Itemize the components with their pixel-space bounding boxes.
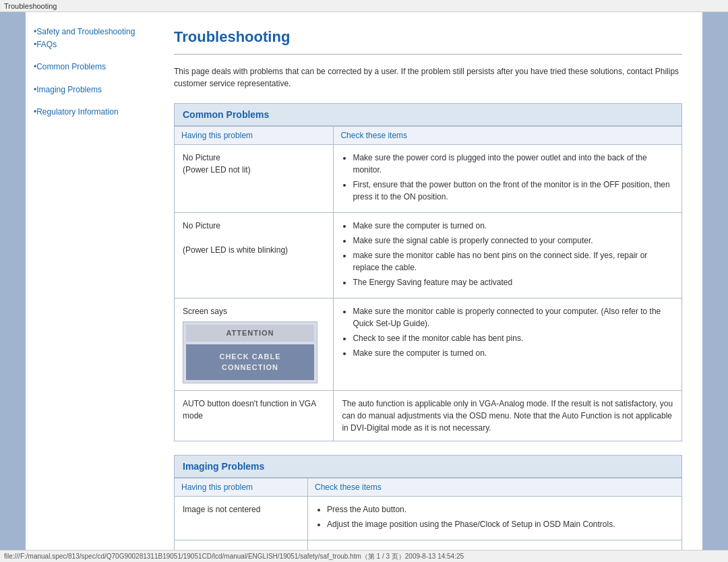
check-cell: Make sure the computer is turned on. Mak…	[334, 213, 682, 299]
list-item: The Energy Saving feature may be activat…	[353, 276, 673, 288]
check-cell: Make sure the power cord is plugged into…	[334, 145, 682, 213]
sidebar-link-common[interactable]: •Common Problems	[34, 61, 146, 73]
imaging-problems-table: Having this problem Check these items Im…	[174, 478, 682, 551]
col-check-header: Check these items	[307, 478, 681, 496]
list-item: Make sure the signal cable is properly c…	[353, 235, 673, 247]
right-panel	[702, 12, 728, 550]
sidebar-section-2: •Common Problems	[34, 61, 146, 73]
left-panel	[0, 12, 26, 550]
attention-body: CHECK CABLE CONNECTION	[186, 344, 314, 380]
table-row: No Picture(Power LED is white blinking) …	[175, 213, 682, 299]
content-area: Troubleshooting This page deals with pro…	[154, 12, 702, 550]
table-row: AUTO button doesn't function in VGA mode…	[175, 390, 682, 441]
sidebar-link-regulatory[interactable]: •Regulatory Information	[34, 106, 146, 119]
list-item: Make sure the computer is turned on.	[353, 220, 673, 232]
problem-cell: Screen says ATTENTION CHECK CABLE CONNEC…	[175, 299, 334, 391]
list-item: Make sure the power cord is plugged into…	[353, 152, 673, 176]
sidebar-section-4: •Regulatory Information	[34, 106, 146, 119]
common-problems-header: Common Problems	[174, 103, 682, 126]
status-bar: file:///F:/manual.spec/813/spec/cd/Q70G9…	[0, 550, 728, 562]
sidebar-section-3: •Imaging Problems	[34, 84, 146, 96]
list-item: Adjust the image position using the Phas…	[327, 518, 673, 530]
list-item: Make sure the computer is turned on.	[353, 347, 673, 359]
check-cell: Check that the signal cable is properly …	[307, 540, 681, 550]
col-problem-header: Having this problem	[175, 478, 308, 496]
attention-header: ATTENTION	[186, 325, 314, 342]
problem-cell: No Picture(Power LED is white blinking)	[175, 213, 334, 299]
check-cell: The auto function is applicable only in …	[334, 390, 682, 441]
page-title: Troubleshooting	[174, 28, 682, 46]
intro-text: This page deals with problems that can b…	[174, 65, 682, 90]
main-container: •Safety and Troubleshooting •FAQs •Commo…	[0, 12, 728, 550]
sidebar: •Safety and Troubleshooting •FAQs •Commo…	[26, 12, 154, 550]
list-item: First, ensure that the power button on t…	[353, 179, 673, 203]
problem-cell: AUTO button doesn't function in VGA mode	[175, 390, 334, 441]
col-check-header: Check these items	[334, 127, 682, 145]
problem-cell: No Picture(Power LED not lit)	[175, 145, 334, 213]
imaging-problems-header: Imaging Problems	[174, 455, 682, 478]
sidebar-section-1: •Safety and Troubleshooting •FAQs	[34, 26, 146, 51]
table-row: No Picture(Power LED not lit) Make sure …	[175, 145, 682, 213]
status-bar-text: file:///F:/manual.spec/813/spec/cd/Q70G9…	[4, 552, 464, 561]
list-item: Check to see if the monitor cable has be…	[353, 332, 673, 344]
common-problems-table: Having this problem Check these items No…	[174, 126, 682, 441]
sidebar-link-imaging[interactable]: •Imaging Problems	[34, 84, 146, 96]
list-item: Press the Auto button.	[327, 503, 673, 516]
title-bar: Troubleshooting	[0, 0, 728, 12]
table-row: Image is not centered Press the Auto but…	[175, 496, 682, 540]
col-problem-header: Having this problem	[175, 127, 334, 145]
list-item: Make sure the monitor cable is properly …	[353, 305, 673, 330]
sidebar-link-safety[interactable]: •Safety and Troubleshooting	[34, 26, 146, 38]
check-cell: Press the Auto button. Adjust the image …	[307, 496, 681, 540]
table-row: Image vibrates on the screen Check that …	[175, 540, 682, 550]
sidebar-link-faqs[interactable]: •FAQs	[34, 38, 146, 51]
problem-cell: Image vibrates on the screen	[175, 540, 308, 550]
check-cell: Make sure the monitor cable is properly …	[334, 299, 682, 391]
divider	[174, 54, 682, 55]
attention-box: ATTENTION CHECK CABLE CONNECTION	[183, 321, 317, 383]
list-item: make sure the monitor cable has no bent …	[353, 249, 673, 274]
problem-cell: Image is not centered	[175, 496, 308, 540]
table-row: Screen says ATTENTION CHECK CABLE CONNEC…	[175, 299, 682, 391]
title-bar-text: Troubleshooting	[4, 2, 57, 10]
